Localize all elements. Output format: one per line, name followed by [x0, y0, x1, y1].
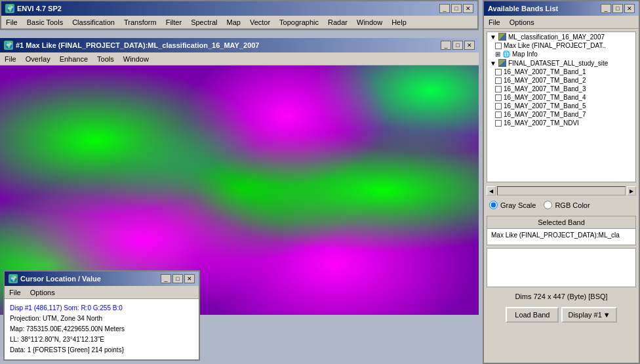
bands-window-controls: _ □ ✕	[601, 4, 635, 13]
checkbox-band2[interactable]	[495, 77, 502, 84]
checkbox-band1[interactable]	[495, 69, 502, 75]
bands-title: Available Bands List	[488, 5, 558, 12]
tree-item-final-dataset[interactable]: ▼ FINAL_DATASET_ALL_study_site	[487, 58, 635, 68]
rgb-color-radio[interactable]	[544, 201, 552, 209]
menu-classification[interactable]: Classification	[70, 18, 117, 26]
cursor-title: Cursor Location / Value	[20, 275, 101, 283]
menu-map[interactable]: Map	[225, 18, 243, 26]
preview-area	[487, 248, 636, 287]
cursor-window-controls: _ □ ✕	[161, 274, 195, 283]
checkbox-ndvi[interactable]	[495, 120, 502, 127]
image-window-controls: _ □ ✕	[441, 41, 475, 50]
maximize-button[interactable]: □	[451, 4, 462, 13]
tree-label: 16_MAY_2007_TM_Band_2	[504, 77, 586, 84]
scroll-left-button[interactable]: ◀	[487, 186, 496, 195]
tree-label: 16_MAY_2007_TM_Band_4	[504, 94, 586, 101]
load-band-section: Load Band Display #1 ▼	[487, 307, 636, 323]
checkbox-band4[interactable]	[495, 94, 502, 101]
tree-item-band7[interactable]: 16_MAY_2007_TM_Band_7	[487, 110, 635, 119]
display-button[interactable]: Display #1 ▼	[561, 307, 616, 323]
menu-topographic[interactable]: Topographic	[277, 18, 321, 26]
cursor-ll: LL: 38°11'2.80"N, 23°41'12.13"E	[10, 334, 193, 345]
main-window-controls: _ □ ✕	[439, 4, 473, 13]
menu-window[interactable]: Window	[355, 18, 384, 26]
selected-band-header: Selected Band	[487, 216, 635, 229]
dropdown-arrow-icon: ▼	[603, 311, 610, 319]
bands-close-button[interactable]: ✕	[624, 4, 635, 13]
scrollbar-track[interactable]	[497, 186, 626, 195]
cursor-icon: 🌍	[9, 274, 18, 283]
tree-item-ml-classification[interactable]: ▼ ML_classification_16_MAY_2007	[487, 32, 635, 41]
gray-scale-option[interactable]: Gray Scale	[489, 201, 536, 209]
cursor-disp: Disp #1 (486,117) Som: R:0 G:255 B:0	[10, 303, 193, 313]
menu-basic-tools[interactable]: Basic Tools	[25, 18, 65, 26]
bands-minimize-button[interactable]: _	[601, 4, 611, 13]
image-menu-window[interactable]: Window	[121, 55, 151, 63]
main-menu-bar: File Basic Tools Classification Transfor…	[1, 16, 477, 29]
image-maximize-button[interactable]: □	[452, 41, 463, 50]
image-menu-tools[interactable]: Tools	[95, 55, 116, 63]
bands-menu-options[interactable]: Options	[508, 18, 536, 26]
rgb-color-option[interactable]: RGB Color	[544, 201, 590, 209]
tree-item-band5[interactable]: 16_MAY_2007_TM_Band_5	[487, 102, 635, 110]
cursor-projection: Projection: UTM, Zone 34 North	[10, 313, 193, 324]
menu-vector[interactable]: Vector	[248, 18, 272, 26]
close-button[interactable]: ✕	[463, 4, 473, 13]
image-menu-enhance[interactable]: Enhance	[58, 55, 90, 63]
bands-menu-file[interactable]: File	[487, 18, 502, 26]
cursor-title-bar: 🌍 Cursor Location / Value _ □ ✕	[5, 272, 199, 286]
image-menu-file[interactable]: File	[3, 55, 18, 63]
cursor-data: Data: 1 {FORESTS [Green] 214 points}	[10, 345, 193, 355]
tree-item-map-info[interactable]: ⊞ 🌐 Map Info	[487, 50, 635, 58]
tree-item-band2[interactable]: 16_MAY_2007_TM_Band_2	[487, 76, 635, 85]
image-minimize-button[interactable]: _	[441, 41, 451, 50]
cursor-window: 🌍 Cursor Location / Value _ □ ✕ File Opt…	[3, 270, 200, 361]
main-window: 🌍 ENVI 4.7 SP2 _ □ ✕ File Basic Tools Cl…	[0, 0, 479, 30]
display-mode-section: Gray Scale RGB Color	[484, 197, 639, 213]
raster-icon-2	[498, 59, 506, 67]
tree-item-band4[interactable]: 16_MAY_2007_TM_Band_4	[487, 93, 635, 102]
selected-band-section: Selected Band Max Like (FINAL_PROJECT_DA…	[487, 216, 636, 245]
display-label: Display #1	[568, 311, 601, 319]
image-menu-bar: File Overlay Enhance Tools Window	[0, 52, 479, 66]
cursor-menu-bar: File Options	[5, 286, 199, 299]
checkbox-band7[interactable]	[495, 111, 502, 118]
tree-label: 16_MAY_2007_TM_NDVI	[504, 119, 579, 127]
bands-maximize-button[interactable]: □	[612, 4, 623, 13]
menu-help[interactable]: Help	[390, 18, 409, 26]
checkbox-max-like[interactable]	[495, 43, 502, 49]
menu-spectral[interactable]: Spectral	[189, 18, 219, 26]
menu-filter[interactable]: Filter	[164, 18, 184, 26]
globe-icon: 🌐	[502, 51, 510, 58]
tree-item-band1[interactable]: 16_MAY_2007_TM_Band_1	[487, 68, 635, 76]
gray-scale-radio[interactable]	[489, 201, 498, 209]
cursor-menu-file[interactable]: File	[7, 289, 23, 296]
menu-file[interactable]: File	[4, 18, 20, 26]
menu-radar[interactable]: Radar	[326, 18, 350, 26]
bands-tree[interactable]: ▼ ML_classification_16_MAY_2007 Max Like…	[487, 31, 636, 182]
image-menu-overlay[interactable]: Overlay	[24, 55, 52, 63]
tree-label: Max Like (FINAL_PROJECT_DAT..	[504, 42, 606, 49]
cursor-menu-options[interactable]: Options	[28, 289, 57, 296]
tree-item-band3[interactable]: 16_MAY_2007_TM_Band_3	[487, 85, 635, 93]
tree-label: 16_MAY_2007_TM_Band_5	[504, 102, 586, 110]
cursor-maximize-button[interactable]: □	[172, 274, 183, 283]
menu-transform[interactable]: Transform	[122, 18, 159, 26]
main-title-bar: 🌍 ENVI 4.7 SP2 _ □ ✕	[1, 1, 477, 16]
bands-panel: Available Bands List _ □ ✕ File Options …	[483, 0, 640, 364]
checkbox-band3[interactable]	[495, 86, 502, 92]
scroll-right-button[interactable]: ▶	[627, 186, 636, 195]
horizontal-scrollbar: ◀ ▶	[484, 185, 639, 197]
cursor-close-button[interactable]: ✕	[184, 274, 195, 283]
tree-label: Map Info	[512, 51, 538, 58]
expand-icon: ▼	[490, 33, 496, 41]
checkbox-band5[interactable]	[495, 103, 502, 110]
tree-item-max-like[interactable]: Max Like (FINAL_PROJECT_DAT..	[487, 41, 635, 50]
load-band-button[interactable]: Load Band	[506, 307, 559, 323]
cursor-minimize-button[interactable]: _	[161, 274, 171, 283]
tree-item-ndvi[interactable]: 16_MAY_2007_TM_NDVI	[487, 119, 635, 127]
minimize-button[interactable]: _	[439, 4, 450, 13]
gray-scale-label: Gray Scale	[500, 201, 536, 209]
cursor-map: Map: 735315.00E,4229655.00N Meters	[10, 324, 193, 334]
image-close-button[interactable]: ✕	[464, 41, 475, 50]
